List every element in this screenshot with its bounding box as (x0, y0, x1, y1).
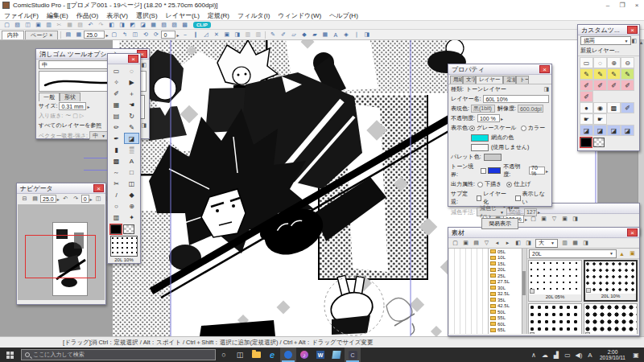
snap-icon[interactable]: ▣ (222, 31, 231, 39)
ct-pen-kabura-tool[interactable]: ✎ (607, 68, 621, 80)
zoom-spinner[interactable]: ▸ (105, 32, 108, 38)
folder-20L[interactable]: 20L (489, 267, 526, 274)
materials-tree[interactable] (448, 249, 489, 334)
halftone-dot-color-swatch[interactable] (471, 134, 489, 142)
tab-trim-view[interactable]: 内枠 (2, 31, 24, 39)
mat-new-icon[interactable]: ▢ (451, 239, 460, 247)
folder-25L[interactable]: 25L (489, 273, 526, 279)
ct-tone-dot3-tool[interactable]: ▩ (607, 102, 621, 113)
symmetry-icon[interactable]: ◈ (341, 31, 350, 39)
menu-edit[interactable]: 編集(E) (43, 11, 72, 20)
restore-button[interactable]: ❐ (615, 1, 630, 10)
pencil-tool[interactable]: ✏ (109, 121, 124, 133)
tools-palette-icon[interactable]: ◩ (128, 21, 137, 29)
rotate-cw-icon[interactable]: ⟳ (151, 31, 160, 39)
opacity-field[interactable]: 100 % (477, 114, 500, 122)
menu-help[interactable]: ヘルプ(H) (325, 11, 362, 20)
perspective-icon[interactable]: ❘ (352, 31, 361, 39)
new-layer-action[interactable]: 新規レイヤー... (580, 47, 619, 55)
ct-eraser2-tool[interactable]: ◪ (593, 125, 607, 136)
tab-shape[interactable]: 形状 (60, 93, 80, 101)
figure-tool[interactable]: □ (124, 167, 139, 178)
tone-20L-20[interactable]: 20L 20% (584, 303, 638, 334)
nav-zoom-fit-icon[interactable]: ▤ (31, 195, 39, 203)
edge-button[interactable]: e (264, 348, 280, 362)
nav-rotate-spinner[interactable]: ▸ (90, 196, 93, 202)
ct-brush3-tool[interactable]: ✐ (607, 80, 621, 91)
actions-palette-icon[interactable]: ▩ (180, 21, 189, 29)
panel-menu-icon[interactable]: ◧ (631, 38, 637, 44)
snap-grid-icon[interactable]: ▦ (320, 31, 329, 39)
word-button[interactable]: W (312, 348, 328, 362)
transparent-color-swatch[interactable] (123, 224, 134, 234)
mat-up-folder-icon[interactable]: ▲ (617, 249, 626, 257)
properties-palette-icon[interactable]: ▧ (159, 21, 168, 29)
airbrush-tool[interactable]: ▒ (124, 144, 139, 155)
nav-fit-icon[interactable]: ◫ (94, 195, 103, 203)
ct-marquee-tool[interactable]: ▭ (580, 57, 593, 68)
ct-finger2-tool[interactable]: ☛ (593, 113, 607, 125)
tone-border-checkbox[interactable] (481, 168, 486, 174)
tone-border-color-swatch[interactable] (488, 167, 501, 174)
menu-window[interactable]: ウィンドウ(W) (274, 11, 325, 20)
nav-zoom-out-icon[interactable]: ⊟ (20, 195, 29, 203)
nav-zoom-spinner[interactable]: ▸ (57, 196, 60, 202)
panel-menu-icon[interactable]: ◧ (141, 62, 147, 68)
folder-30L[interactable]: 30L (489, 285, 526, 291)
tray-chevron-icon[interactable]: ∧ (528, 352, 539, 359)
mat-back-icon[interactable]: ◂ (493, 239, 502, 247)
thumbnail-size-dropdown[interactable]: 大▼ (535, 239, 558, 248)
color-radio[interactable] (521, 125, 526, 131)
actual-size-icon[interactable]: ❙ (191, 31, 200, 39)
menu-view[interactable]: 表示(V) (102, 11, 132, 20)
navigator-preview[interactable] (18, 204, 105, 300)
navigator-palette-icon[interactable]: ▦ (149, 21, 158, 29)
panel-tool[interactable]: ▦ (109, 99, 124, 110)
dock-toolbar-icon[interactable]: ◨ (362, 31, 371, 39)
ref-layers-icon[interactable]: ◨ (141, 122, 147, 129)
taskbar-search-input[interactable]: ここに入力して検索 (21, 349, 216, 360)
close-icon[interactable]: × (627, 228, 638, 237)
menu-story[interactable]: 作品(O) (72, 11, 103, 20)
crop-mark-icon[interactable]: ◿ (201, 31, 210, 39)
mat-copy-icon[interactable]: ▣ (461, 239, 470, 247)
hand-tool[interactable]: ☚ (124, 99, 139, 110)
border-opacity-field[interactable]: 70 % (529, 167, 545, 175)
eraser-tool[interactable]: ◪ (124, 133, 139, 144)
props-tab-text[interactable]: 文字 (463, 76, 476, 84)
folder-15L[interactable]: 15L (489, 261, 526, 267)
music-app-button[interactable]: ♪ (296, 348, 312, 362)
zoom-tool[interactable]: ⊕ (124, 200, 139, 212)
props-tab-paper[interactable]: 用紙 (450, 76, 463, 84)
menu-ruler[interactable]: 定規(R) (204, 11, 233, 20)
current-tone-preview[interactable] (110, 236, 138, 257)
save-all-icon[interactable]: ▣ (34, 21, 43, 29)
mat-detail-view-icon[interactable]: ▦ (571, 239, 580, 247)
flip-view-icon[interactable]: ↰ (120, 31, 129, 39)
props-tab-ruler[interactable]: 定規 (503, 76, 516, 84)
custom-transparent-swatch[interactable] (593, 138, 605, 147)
ct-finger1-tool[interactable]: ☛ (580, 113, 593, 125)
folder-scrollbar[interactable] (522, 249, 526, 334)
mat-forward-icon[interactable]: ▸ (503, 239, 512, 247)
viewer-3d-button[interactable] (328, 348, 345, 362)
ct-ellipse-tool[interactable]: ◌ (593, 57, 607, 68)
comicstudio-taskbar-button[interactable]: C (345, 348, 361, 362)
taskbar-clock[interactable]: 2:00 2019/10/11 (597, 349, 629, 360)
view-rotate-field[interactable]: 0 (161, 31, 175, 39)
action-center-icon[interactable]: ▣ (630, 352, 642, 359)
navigator-view-rectangle[interactable] (25, 235, 96, 278)
view-zoom-field[interactable]: 25.0 (84, 31, 105, 39)
object-select-tool[interactable]: ▶ (124, 76, 139, 88)
text-tool[interactable]: A (124, 155, 139, 167)
frame-tool[interactable]: ▤ (109, 110, 124, 121)
cut-icon[interactable]: ✂ (55, 21, 64, 29)
folder-05L[interactable]: 05L (489, 249, 526, 255)
redo-icon[interactable]: ↷ (97, 21, 105, 29)
tone-tool[interactable]: ▩ (109, 155, 124, 167)
props-tab-layer[interactable]: レイヤー (476, 76, 503, 84)
tray-onedrive-icon[interactable]: ☁ (539, 352, 551, 359)
close-icon[interactable]: × (128, 55, 138, 63)
copy-icon[interactable]: ▦ (65, 21, 74, 29)
layerize-checkbox[interactable] (477, 195, 482, 201)
